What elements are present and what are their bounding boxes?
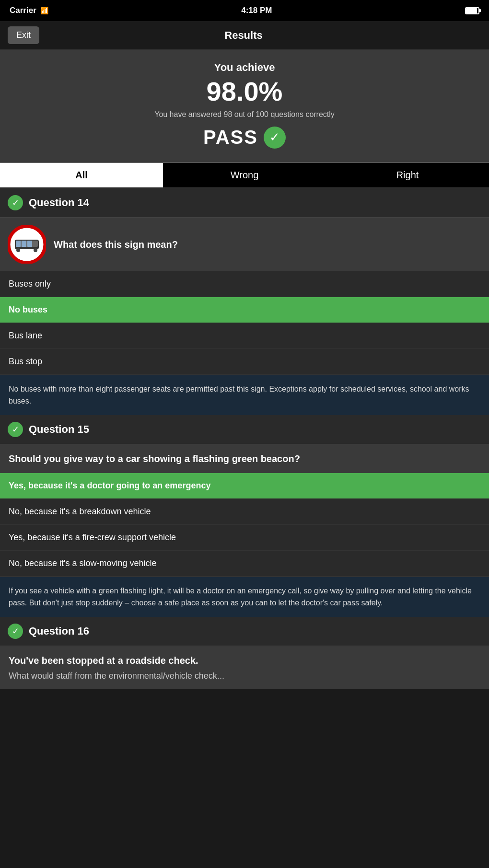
question-15-header: ✓ Question 15 bbox=[0, 415, 489, 444]
question-16-body: You've been stopped at a roadside check.… bbox=[0, 646, 489, 689]
pass-check-icon: ✓ bbox=[264, 127, 286, 149]
question-14-explanation: No buses with more than eight passenger … bbox=[0, 375, 489, 415]
question-14-header: ✓ Question 14 bbox=[0, 188, 489, 218]
question-16-text: You've been stopped at a roadside check. bbox=[9, 654, 480, 667]
question-15-check-icon: ✓ bbox=[8, 422, 23, 437]
question-16-section: ✓ Question 16 You've been stopped at a r… bbox=[0, 617, 489, 689]
question-15-section: ✓ Question 15 Should you give way to a c… bbox=[0, 415, 489, 617]
question-14-section: ✓ Question 14 What does this sign mean? … bbox=[0, 188, 489, 415]
tab-all[interactable]: All bbox=[0, 163, 163, 187]
question-14-number: Question 14 bbox=[29, 197, 89, 209]
svg-rect-5 bbox=[27, 241, 32, 247]
answer-14-1: Buses only bbox=[0, 271, 489, 297]
svg-point-6 bbox=[16, 248, 20, 252]
exit-button[interactable]: Exit bbox=[8, 26, 39, 44]
score-detail: You have answered 98 out of 100 question… bbox=[8, 110, 481, 119]
filter-tabs: All Wrong Right bbox=[0, 163, 489, 188]
pass-row: PASS ✓ bbox=[8, 127, 481, 149]
question-16-check-icon: ✓ bbox=[8, 624, 23, 639]
question-16-number: Question 16 bbox=[29, 625, 89, 637]
question-15-number: Question 15 bbox=[29, 423, 89, 436]
status-time: 4:18 PM bbox=[241, 6, 272, 15]
answer-15-1: Yes, because it's a doctor going to an e… bbox=[0, 473, 489, 499]
question-15-text: Should you give way to a car showing a f… bbox=[9, 452, 480, 465]
status-right bbox=[465, 7, 479, 14]
results-panel: You achieve 98.0% You have answered 98 o… bbox=[0, 50, 489, 163]
question-14-text: What does this sign mean? bbox=[54, 238, 178, 251]
score-percent: 98.0% bbox=[8, 77, 481, 106]
carrier-label: Carrier bbox=[10, 6, 36, 15]
answer-14-4: Bus stop bbox=[0, 349, 489, 375]
question-15-explanation: If you see a vehicle with a green flashi… bbox=[0, 577, 489, 617]
svg-rect-3 bbox=[16, 241, 21, 247]
status-bar: Carrier 📶 4:18 PM bbox=[0, 0, 489, 21]
question-16-subtext: What would staff from the environmental/… bbox=[9, 671, 480, 681]
bus-sign-icon bbox=[8, 225, 46, 264]
answer-14-2: No buses bbox=[0, 297, 489, 323]
pass-label: PASS bbox=[203, 127, 258, 148]
svg-point-7 bbox=[34, 248, 37, 252]
achieve-label: You achieve bbox=[8, 61, 481, 74]
svg-rect-4 bbox=[22, 241, 26, 247]
header-title: Results bbox=[39, 29, 448, 42]
question-15-body: Should you give way to a car showing a f… bbox=[0, 444, 489, 473]
wifi-icon: 📶 bbox=[40, 7, 48, 14]
battery-icon bbox=[465, 7, 479, 14]
tab-right[interactable]: Right bbox=[326, 163, 489, 187]
tab-wrong[interactable]: Wrong bbox=[163, 163, 326, 187]
header: Exit Results bbox=[0, 21, 489, 50]
status-left: Carrier 📶 bbox=[10, 6, 48, 15]
answer-15-2: No, because it's a breakdown vehicle bbox=[0, 499, 489, 525]
question-14-check-icon: ✓ bbox=[8, 195, 23, 210]
answer-15-4: No, because it's a slow-moving vehicle bbox=[0, 551, 489, 577]
question-14-body: What does this sign mean? bbox=[0, 218, 489, 271]
question-16-header: ✓ Question 16 bbox=[0, 617, 489, 646]
answer-14-3: Bus lane bbox=[0, 323, 489, 349]
answer-15-3: Yes, because it's a fire-crew support ve… bbox=[0, 525, 489, 551]
